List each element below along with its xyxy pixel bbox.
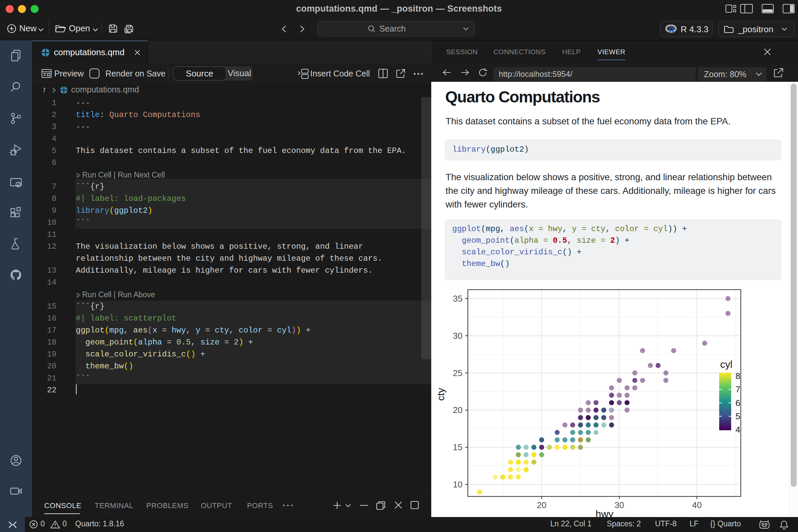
svg-text:20: 20: [453, 405, 462, 415]
svg-text:35: 35: [453, 293, 462, 304]
svg-text:8: 8: [736, 371, 740, 381]
svg-text:40: 40: [692, 500, 702, 510]
svg-text:cyl: cyl: [720, 359, 733, 370]
svg-text:6: 6: [736, 398, 740, 408]
svg-text:7: 7: [736, 384, 740, 394]
svg-text:15: 15: [453, 442, 462, 452]
svg-text:R: R: [669, 25, 674, 35]
svg-text:10: 10: [453, 479, 462, 490]
svg-text:5: 5: [736, 411, 740, 421]
svg-text:hwy: hwy: [595, 508, 613, 517]
svg-text:30: 30: [453, 331, 462, 341]
svg-text:25: 25: [453, 368, 462, 378]
svg-text:4: 4: [736, 424, 740, 435]
svg-text:20: 20: [537, 500, 547, 510]
svg-text:30: 30: [614, 500, 624, 510]
svg-text:cty: cty: [435, 388, 446, 401]
